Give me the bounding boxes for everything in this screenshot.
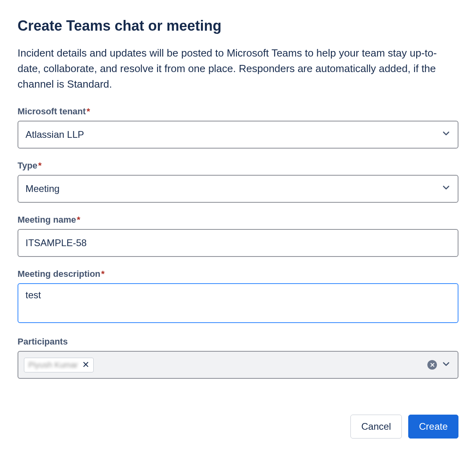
remove-participant-icon[interactable]: ✕ <box>82 360 89 369</box>
meeting-name-label: Meeting name* <box>18 215 458 225</box>
meeting-description-label-text: Meeting description <box>18 269 100 279</box>
create-teams-modal: Create Teams chat or meeting Incident de… <box>18 18 458 439</box>
participant-chip: Piyush Kumar ✕ <box>24 358 94 372</box>
participant-name: Piyush Kumar <box>28 360 78 370</box>
tenant-label-text: Microsoft tenant <box>18 106 86 116</box>
meeting-name-input[interactable] <box>18 229 458 257</box>
tenant-label: Microsoft tenant* <box>18 106 458 117</box>
participants-label: Participants <box>18 337 458 347</box>
tenant-value: Atlassian LLP <box>26 129 84 140</box>
modal-description: Incident details and updates will be pos… <box>18 45 458 92</box>
participants-label-text: Participants <box>18 337 68 347</box>
required-marker: * <box>101 269 105 279</box>
field-tenant: Microsoft tenant* Atlassian LLP <box>18 106 458 149</box>
cancel-button[interactable]: Cancel <box>350 415 402 439</box>
meeting-description-input[interactable]: test <box>18 283 458 323</box>
type-label-text: Type <box>18 161 37 170</box>
tenant-select[interactable]: Atlassian LLP <box>18 121 458 149</box>
required-marker: * <box>77 215 81 225</box>
field-meeting-description: Meeting description* test <box>18 269 458 325</box>
chevron-down-icon <box>441 128 451 141</box>
type-label: Type* <box>18 161 458 171</box>
field-participants: Participants Piyush Kumar ✕ ✕ <box>18 337 458 379</box>
clear-all-icon[interactable]: ✕ <box>427 360 437 370</box>
modal-footer: Cancel Create <box>18 415 458 439</box>
field-meeting-name: Meeting name* <box>18 215 458 257</box>
type-value: Meeting <box>26 183 59 194</box>
type-select[interactable]: Meeting <box>18 175 458 203</box>
chevron-down-icon[interactable] <box>441 359 451 371</box>
field-type: Type* Meeting <box>18 161 458 203</box>
required-marker: * <box>87 106 90 116</box>
modal-title: Create Teams chat or meeting <box>18 18 458 34</box>
required-marker: * <box>38 161 42 170</box>
chevron-down-icon <box>441 182 451 195</box>
create-button[interactable]: Create <box>408 415 458 439</box>
meeting-name-label-text: Meeting name <box>18 215 76 225</box>
participants-select[interactable]: Piyush Kumar ✕ ✕ <box>18 351 458 379</box>
meeting-description-label: Meeting description* <box>18 269 458 279</box>
